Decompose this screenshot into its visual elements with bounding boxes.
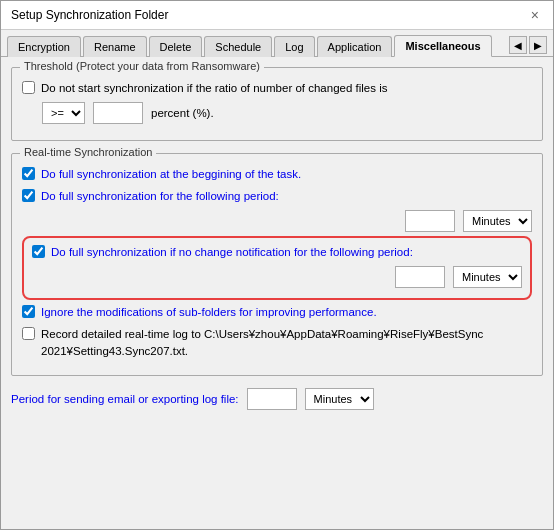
full-beginning-checkbox[interactable] xyxy=(22,167,35,180)
tab-log[interactable]: Log xyxy=(274,36,314,57)
no-change-checkbox-row: Do full synchronization if no change not… xyxy=(32,244,522,260)
tab-schedule[interactable]: Schedule xyxy=(204,36,272,57)
tab-encryption[interactable]: Encryption xyxy=(7,36,81,57)
full-period-label: Do full synchronization for the followin… xyxy=(41,188,279,204)
close-button[interactable]: × xyxy=(527,7,543,23)
period1-unit-select[interactable]: Minutes Hours xyxy=(463,210,532,232)
title-bar-left: Setup Synchronization Folder xyxy=(11,8,168,22)
period2-row: 15 Minutes Hours xyxy=(52,266,522,288)
email-period-row: Period for sending email or exporting lo… xyxy=(11,388,543,410)
threshold-group-content: Do not start synchronization if the rati… xyxy=(22,80,532,124)
dialog: Setup Synchronization Folder × Encryptio… xyxy=(0,0,554,530)
threshold-value-input[interactable]: 95 xyxy=(93,102,143,124)
realtime-group: Real-time Synchronization Do full synchr… xyxy=(11,153,543,376)
threshold-group-title: Threshold (Protect your data from Ransom… xyxy=(20,60,264,72)
record-log-label: Record detailed real-time log to C:\User… xyxy=(41,326,532,358)
ignore-subfolders-checkbox[interactable] xyxy=(22,305,35,318)
realtime-group-content: Do full synchronization at the beggining… xyxy=(22,166,532,359)
ignore-subfolders-label: Ignore the modifications of sub-folders … xyxy=(41,304,377,320)
title-bar: Setup Synchronization Folder × xyxy=(1,1,553,30)
threshold-group: Threshold (Protect your data from Ransom… xyxy=(11,67,543,141)
period1-row: 30 Minutes Hours xyxy=(42,210,532,232)
no-change-highlighted-row: Do full synchronization if no change not… xyxy=(22,236,532,300)
tab-application[interactable]: Application xyxy=(317,36,393,57)
no-change-label: Do full synchronization if no change not… xyxy=(51,244,413,260)
no-change-checkbox[interactable] xyxy=(32,245,45,258)
full-period-row: Do full synchronization for the followin… xyxy=(22,188,532,204)
record-log-checkbox[interactable] xyxy=(22,327,35,340)
period2-unit-select[interactable]: Minutes Hours xyxy=(453,266,522,288)
tab-content: Threshold (Protect your data from Ransom… xyxy=(1,57,553,529)
realtime-group-title: Real-time Synchronization xyxy=(20,146,156,158)
tab-nav-buttons: ◀ ▶ xyxy=(509,36,547,56)
full-beginning-label: Do full synchronization at the beggining… xyxy=(41,166,301,182)
dialog-title: Setup Synchronization Folder xyxy=(11,8,168,22)
email-period-label: Period for sending email or exporting lo… xyxy=(11,393,239,405)
ignore-subfolders-row: Ignore the modifications of sub-folders … xyxy=(22,304,532,320)
tab-miscellaneous[interactable]: Miscellaneous xyxy=(394,35,491,57)
full-beginning-row: Do full synchronization at the beggining… xyxy=(22,166,532,182)
threshold-checkbox[interactable] xyxy=(22,81,35,94)
tab-next-button[interactable]: ▶ xyxy=(529,36,547,54)
record-log-row: Record detailed real-time log to C:\User… xyxy=(22,326,532,358)
tab-prev-button[interactable]: ◀ xyxy=(509,36,527,54)
tabs-container: Encryption Rename Delete Schedule Log Ap… xyxy=(1,30,553,57)
threshold-unit-label: percent (%). xyxy=(151,107,214,119)
threshold-operator-select[interactable]: >= <= = xyxy=(42,102,85,124)
full-period-checkbox[interactable] xyxy=(22,189,35,202)
threshold-input-row: >= <= = 95 percent (%). xyxy=(42,102,532,124)
period2-value-input[interactable]: 15 xyxy=(395,266,445,288)
tab-rename[interactable]: Rename xyxy=(83,36,147,57)
email-period-value-input[interactable]: 30 xyxy=(247,388,297,410)
period1-value-input[interactable]: 30 xyxy=(405,210,455,232)
email-period-unit-select[interactable]: Minutes Hours xyxy=(305,388,374,410)
threshold-checkbox-row: Do not start synchronization if the rati… xyxy=(22,80,532,96)
threshold-checkbox-label: Do not start synchronization if the rati… xyxy=(41,80,387,96)
tab-delete[interactable]: Delete xyxy=(149,36,203,57)
